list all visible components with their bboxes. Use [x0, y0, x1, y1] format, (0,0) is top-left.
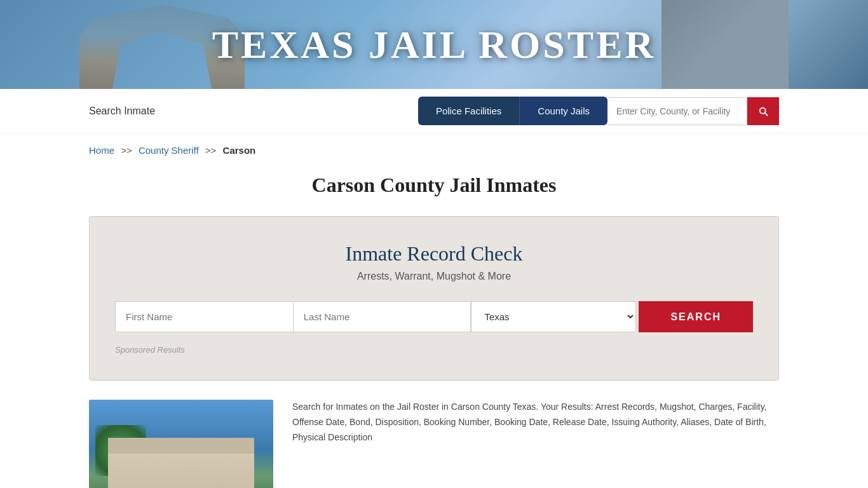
breadcrumb-county-sheriff[interactable]: County Sheriff	[139, 145, 199, 156]
search-icon	[757, 105, 769, 117]
building-decoration	[108, 451, 254, 488]
last-name-input[interactable]	[293, 301, 471, 332]
record-check-box: Inmate Record Check Arrests, Warrant, Mu…	[89, 216, 779, 381]
nav-search-label: Search Inmate	[89, 105, 418, 117]
police-facilities-button[interactable]: Police Facilities	[418, 97, 519, 125]
state-select[interactable]: AlabamaAlaskaArizonaArkansasCaliforniaCo…	[471, 301, 636, 332]
bottom-description: Search for Inmates on the Jail Roster in…	[292, 400, 779, 445]
county-jails-button[interactable]: County Jails	[519, 97, 607, 125]
sponsored-label: Sponsored Results	[115, 345, 753, 355]
record-check-title: Inmate Record Check	[115, 242, 753, 266]
bottom-section: Search for Inmates on the Jail Roster in…	[0, 400, 868, 488]
breadcrumb-current: Carson	[223, 145, 256, 156]
breadcrumb-sep1: >>	[121, 145, 132, 156]
breadcrumb-home[interactable]: Home	[89, 145, 114, 156]
facility-search-button[interactable]	[747, 97, 779, 125]
breadcrumb-sep2: >>	[205, 145, 217, 156]
building-image	[89, 400, 273, 488]
record-search-button[interactable]: SEARCH	[639, 301, 753, 332]
header-banner: Texas Jail Roster	[0, 0, 868, 89]
facility-search-input[interactable]	[607, 97, 747, 125]
first-name-input[interactable]	[115, 301, 293, 332]
site-title: Texas Jail Roster	[212, 22, 656, 67]
keys-image	[661, 0, 789, 89]
navbar: Search Inmate Police Facilities County J…	[0, 89, 868, 133]
record-check-form: AlabamaAlaskaArizonaArkansasCaliforniaCo…	[115, 301, 753, 332]
page-title: Carson County Jail Inmates	[0, 173, 868, 197]
breadcrumb: Home >> County Sheriff >> Carson	[0, 133, 868, 162]
record-check-subtitle: Arrests, Warrant, Mugshot & More	[115, 271, 753, 282]
page-title-section: Carson County Jail Inmates	[0, 162, 868, 216]
nav-buttons: Police Facilities County Jails	[418, 97, 779, 125]
